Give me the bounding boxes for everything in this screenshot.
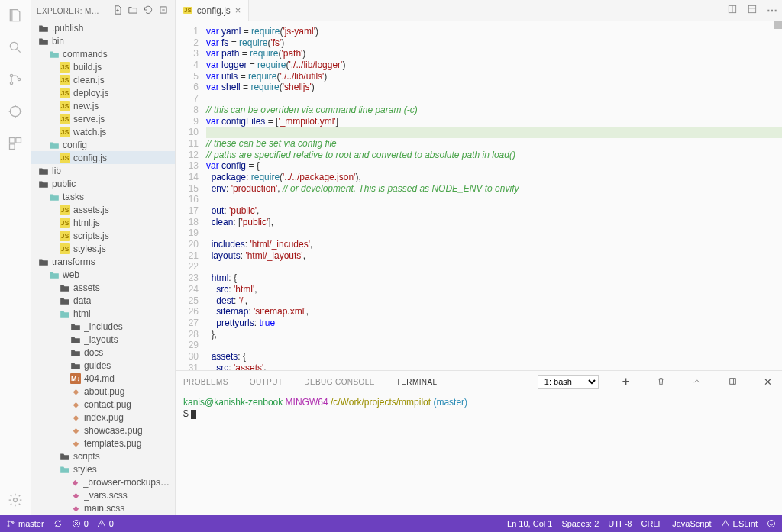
tree-item-scripts[interactable]: scripts [31, 450, 175, 463]
tree-item-styles[interactable]: styles [31, 463, 175, 476]
tree-item-assets[interactable]: assets [31, 281, 175, 294]
code-line-30[interactable]: assets: { [206, 351, 782, 363]
panel-move-icon[interactable] [725, 376, 740, 388]
status-branch[interactable]: master [6, 519, 44, 528]
extensions-icon[interactable] [6, 134, 24, 153]
source-control-icon[interactable] [6, 70, 24, 89]
tree-item--vars-scss[interactable]: ◆_vars.scss [31, 488, 175, 501]
status-spaces[interactable]: Spaces: 2 [561, 519, 599, 528]
status-encoding[interactable]: UTF-8 [608, 519, 632, 528]
panel-close-icon[interactable]: ✕ [761, 376, 774, 388]
tree-item-config-js[interactable]: JSconfig.js [31, 151, 175, 164]
tree-item-data[interactable]: data [31, 294, 175, 307]
tree-item-templates-pug[interactable]: ◆templates.pug [31, 437, 175, 450]
layout-icon[interactable] [742, 4, 762, 17]
new-folder-icon[interactable] [128, 5, 138, 17]
tree-item-clean-js[interactable]: JSclean.js [31, 73, 175, 86]
status-eslint[interactable]: ESLint [721, 519, 758, 528]
code-line-27[interactable]: prettyurls: true [206, 318, 782, 329]
tree-item-docs[interactable]: docs [31, 346, 175, 359]
panel-maximize-icon[interactable] [690, 376, 704, 388]
tree-item-watch-js[interactable]: JSwatch.js [31, 125, 175, 138]
tree-item-html-js[interactable]: JShtml.js [31, 216, 175, 229]
code-line-31[interactable]: src: 'assets', [206, 363, 782, 370]
tree-item--includes[interactable]: _includes [31, 320, 175, 333]
tree-item-index-pug[interactable]: ◆index.pug [31, 411, 175, 424]
tree-item-config[interactable]: config [31, 138, 175, 151]
tree-item-new-js[interactable]: JSnew.js [31, 99, 175, 112]
tree-item-404-md[interactable]: M↓404.md [31, 372, 175, 385]
code-line-19[interactable] [206, 227, 782, 239]
terminal-output[interactable]: kanis@kanishk-zenbook MINGW64 /c/Work/pr… [176, 392, 782, 515]
tab-close-icon[interactable]: × [235, 5, 241, 16]
tree-item--publish[interactable]: .publish [31, 21, 175, 34]
tree-item-showcase-pug[interactable]: ◆showcase.pug [31, 424, 175, 437]
code-line-25[interactable]: dest: '/', [206, 295, 782, 307]
tree-item-web[interactable]: web [31, 268, 175, 281]
tree-item-commands[interactable]: commands [31, 47, 175, 60]
code-line-21[interactable]: layouts: 'html/_layouts', [206, 250, 782, 262]
tree-item-bin[interactable]: bin [31, 34, 175, 47]
code-line-29[interactable] [206, 340, 782, 351]
code-line-16[interactable] [206, 194, 782, 205]
code-line-1[interactable]: var yaml = require('js-yaml') [206, 26, 782, 37]
tree-item-html[interactable]: html [31, 307, 175, 320]
more-actions-icon[interactable]: ⋯ [762, 5, 782, 17]
file-tree[interactable]: .publishbincommandsJSbuild.jsJSclean.jsJ… [31, 21, 175, 515]
refresh-icon[interactable] [143, 5, 153, 17]
code-line-11[interactable]: // these can be set via config file [206, 138, 782, 150]
new-file-icon[interactable] [112, 5, 123, 17]
status-sync[interactable] [53, 519, 63, 528]
code-line-8[interactable]: // this can be overriden via command lin… [206, 105, 782, 116]
terminal-shell-select[interactable]: 1: bash [538, 375, 599, 389]
settings-gear-icon[interactable] [6, 491, 24, 509]
tree-item-assets-js[interactable]: JSassets.js [31, 203, 175, 216]
panel-tab-terminal[interactable]: TERMINAL [396, 378, 438, 386]
code-line-3[interactable]: var path = require('path') [206, 48, 782, 60]
tree-item-styles-js[interactable]: JSstyles.js [31, 242, 175, 255]
tree-item-contact-pug[interactable]: ◆contact.pug [31, 398, 175, 411]
status-language[interactable]: JavaScript [672, 519, 711, 528]
tree-item-build-js[interactable]: JSbuild.js [31, 60, 175, 73]
tree-item-about-pug[interactable]: ◆about.pug [31, 385, 175, 398]
code-line-5[interactable]: var utils = require('./../lib/utils') [206, 71, 782, 82]
search-icon[interactable] [6, 38, 24, 56]
tree-item--layouts[interactable]: _layouts [31, 333, 175, 346]
code-editor[interactable]: 1234567891011121314151617181920212223242… [176, 21, 782, 370]
code-line-15[interactable]: env: 'production', // or development. Th… [206, 183, 782, 195]
code-line-12[interactable]: // paths are specified relative to root … [206, 150, 782, 161]
files-icon[interactable] [6, 6, 24, 24]
split-editor-icon[interactable] [722, 4, 742, 17]
status-eol[interactable]: CRLF [641, 519, 663, 528]
editor-scrollbar[interactable] [774, 21, 782, 370]
code-line-28[interactable]: }, [206, 329, 782, 340]
code-line-26[interactable]: sitemap: 'sitemap.xml', [206, 306, 782, 318]
collapse-all-icon[interactable] [158, 5, 169, 17]
code-line-18[interactable]: clean: ['public'], [206, 217, 782, 228]
code-line-4[interactable]: var logger = require('./../lib/logger') [206, 60, 782, 71]
tree-item-tasks[interactable]: tasks [31, 190, 175, 203]
code-line-7[interactable] [206, 93, 782, 105]
code-line-10[interactable] [206, 127, 782, 138]
tree-item-transforms[interactable]: transforms [31, 255, 175, 268]
code-line-20[interactable]: includes: 'html/_incudes', [206, 239, 782, 250]
status-cursor[interactable]: Ln 10, Col 1 [507, 519, 552, 528]
new-terminal-icon[interactable]: + [620, 375, 632, 389]
code-line-2[interactable]: var fs = require('fs') [206, 37, 782, 49]
tree-item-scripts-js[interactable]: JSscripts.js [31, 229, 175, 242]
panel-tab-debug-console[interactable]: DEBUG CONSOLE [304, 378, 374, 386]
kill-terminal-icon[interactable] [654, 376, 668, 388]
code-line-24[interactable]: src: 'html', [206, 284, 782, 295]
tree-item--browser-mockups-scss[interactable]: ◆_browser-mockups.scss [31, 476, 175, 488]
tree-item-deploy-js[interactable]: JSdeploy.js [31, 86, 175, 99]
debug-icon[interactable] [6, 102, 24, 121]
tab-config-js[interactable]: JS config.js × [176, 0, 249, 21]
tree-item-lib[interactable]: lib [31, 164, 175, 177]
code-line-6[interactable]: var shell = require('shelljs') [206, 82, 782, 93]
tree-item-main-scss[interactable]: ◆main.scss [31, 501, 175, 514]
panel-tab-output[interactable]: OUTPUT [250, 378, 283, 386]
code-line-9[interactable]: var configFiles = ['_mmpilot.yml'] [206, 116, 782, 127]
panel-tab-problems[interactable]: PROBLEMS [183, 378, 228, 386]
tree-item-public[interactable]: public [31, 177, 175, 190]
status-feedback-icon[interactable] [767, 519, 776, 528]
